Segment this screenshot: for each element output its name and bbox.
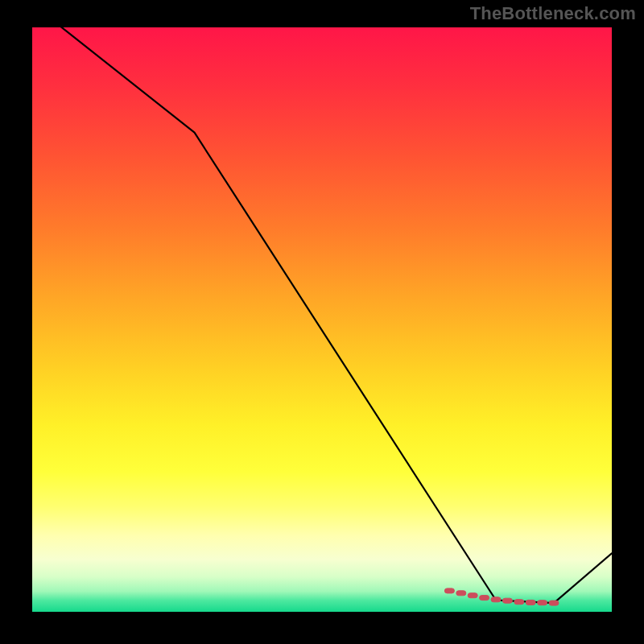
data-marker — [444, 588, 454, 593]
data-marker — [491, 597, 501, 602]
data-marker — [538, 601, 547, 605]
series-line — [32, 27, 612, 603]
data-marker — [526, 600, 535, 605]
chart-overlay — [32, 27, 612, 612]
data-marker — [468, 593, 477, 598]
data-marker — [480, 596, 489, 601]
marker-group — [444, 588, 559, 605]
data-marker — [514, 600, 524, 605]
data-marker — [456, 591, 466, 596]
data-marker — [502, 598, 512, 603]
chart-frame: TheBottleneck.com — [0, 0, 644, 644]
data-marker — [549, 601, 559, 605]
plot-area — [32, 27, 612, 612]
watermark-text: TheBottleneck.com — [470, 3, 636, 24]
